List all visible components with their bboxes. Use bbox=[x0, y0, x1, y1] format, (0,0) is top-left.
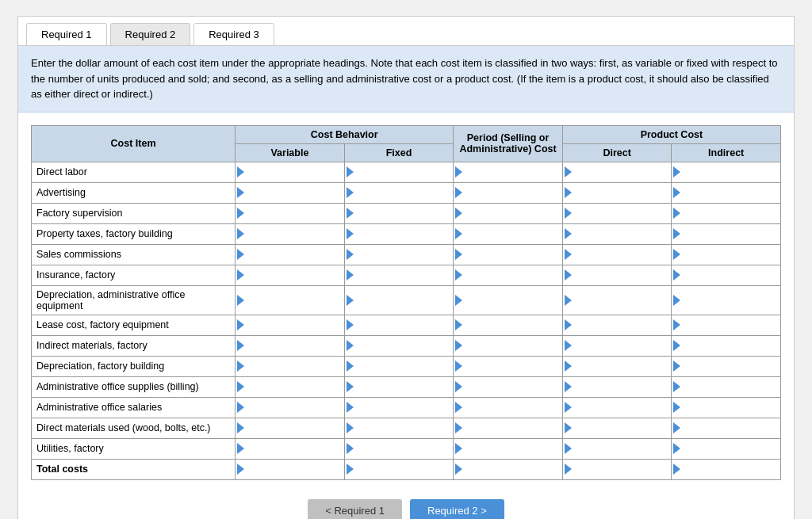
cell-item: Administrative office salaries bbox=[32, 397, 236, 418]
cell-period[interactable] bbox=[454, 459, 563, 479]
table-row: Direct labor bbox=[32, 162, 781, 182]
cell-period[interactable] bbox=[454, 244, 563, 265]
cell-indirect[interactable] bbox=[672, 376, 781, 397]
prev-button-label: Required 1 bbox=[334, 505, 385, 517]
tab-required-3[interactable]: Required 3 bbox=[193, 23, 274, 45]
cell-period[interactable] bbox=[454, 438, 563, 459]
cell-fixed[interactable] bbox=[344, 244, 454, 265]
cell-period[interactable] bbox=[454, 376, 563, 397]
cell-indirect[interactable] bbox=[672, 335, 781, 356]
cell-indirect[interactable] bbox=[672, 162, 781, 182]
cell-period[interactable] bbox=[454, 203, 563, 223]
cell-direct[interactable] bbox=[562, 182, 672, 203]
cell-variable[interactable] bbox=[236, 182, 345, 203]
cell-variable[interactable] bbox=[236, 418, 345, 438]
cell-indirect[interactable] bbox=[672, 438, 781, 459]
cell-indirect[interactable] bbox=[672, 265, 781, 285]
table-row: Administrative office supplies (billing) bbox=[32, 376, 781, 397]
cell-indirect[interactable] bbox=[672, 315, 781, 335]
cell-item: Property taxes, factory building bbox=[32, 223, 236, 244]
header-period-cost: Period (Selling or Administrative) Cost bbox=[454, 125, 563, 162]
cell-indirect[interactable] bbox=[672, 397, 781, 418]
cell-fixed[interactable] bbox=[344, 182, 454, 203]
cell-fixed[interactable] bbox=[344, 438, 454, 459]
table-row: Insurance, factory bbox=[32, 265, 781, 285]
cell-period[interactable] bbox=[454, 265, 563, 285]
cell-item: Utilities, factory bbox=[32, 438, 236, 459]
header-product-cost: Product Cost bbox=[562, 125, 780, 143]
cell-indirect[interactable] bbox=[672, 285, 781, 315]
next-button[interactable]: Required 2 bbox=[410, 499, 504, 520]
cell-fixed[interactable] bbox=[344, 223, 454, 244]
cell-item: Advertising bbox=[32, 182, 236, 203]
cell-direct[interactable] bbox=[562, 335, 672, 356]
cell-direct[interactable] bbox=[562, 315, 672, 335]
cell-direct[interactable] bbox=[562, 356, 672, 376]
cell-direct[interactable] bbox=[562, 285, 672, 315]
table-body: Direct laborAdvertisingFactory supervisi… bbox=[32, 162, 781, 479]
cell-item: Factory supervision bbox=[32, 203, 236, 223]
cell-variable[interactable] bbox=[236, 459, 345, 479]
cell-indirect[interactable] bbox=[672, 244, 781, 265]
cell-variable[interactable] bbox=[236, 397, 345, 418]
cell-direct[interactable] bbox=[562, 265, 672, 285]
table-row: Factory supervision bbox=[32, 203, 781, 223]
cell-period[interactable] bbox=[454, 315, 563, 335]
cell-period[interactable] bbox=[454, 162, 563, 182]
table-row: Property taxes, factory building bbox=[32, 223, 781, 244]
cell-variable[interactable] bbox=[236, 244, 345, 265]
cell-fixed[interactable] bbox=[344, 265, 454, 285]
cell-variable[interactable] bbox=[236, 203, 345, 223]
cell-fixed[interactable] bbox=[344, 356, 454, 376]
cell-direct[interactable] bbox=[562, 438, 672, 459]
cell-fixed[interactable] bbox=[344, 162, 454, 182]
cell-fixed[interactable] bbox=[344, 315, 454, 335]
instructions-text: Enter the dollar amount of each cost ite… bbox=[18, 46, 794, 113]
cell-period[interactable] bbox=[454, 335, 563, 356]
cell-period[interactable] bbox=[454, 223, 563, 244]
cell-variable[interactable] bbox=[236, 335, 345, 356]
cell-direct[interactable] bbox=[562, 376, 672, 397]
cell-period[interactable] bbox=[454, 397, 563, 418]
cell-fixed[interactable] bbox=[344, 335, 454, 356]
cell-variable[interactable] bbox=[236, 315, 345, 335]
cell-variable[interactable] bbox=[236, 438, 345, 459]
cell-variable[interactable] bbox=[236, 285, 345, 315]
cell-direct[interactable] bbox=[562, 203, 672, 223]
cell-fixed[interactable] bbox=[344, 418, 454, 438]
cell-indirect[interactable] bbox=[672, 223, 781, 244]
tab-required-1[interactable]: Required 1 bbox=[26, 23, 107, 45]
cell-variable[interactable] bbox=[236, 265, 345, 285]
cell-item: Depreciation, factory building bbox=[32, 356, 236, 376]
cell-fixed[interactable] bbox=[344, 285, 454, 315]
cell-fixed[interactable] bbox=[344, 459, 454, 479]
cell-direct[interactable] bbox=[562, 223, 672, 244]
cell-direct[interactable] bbox=[562, 162, 672, 182]
cell-variable[interactable] bbox=[236, 376, 345, 397]
cell-indirect[interactable] bbox=[672, 182, 781, 203]
prev-button[interactable]: Required 1 bbox=[308, 499, 402, 520]
main-container: Required 1 Required 2 Required 3 Enter t… bbox=[17, 16, 795, 519]
cell-indirect[interactable] bbox=[672, 203, 781, 223]
header-cost-behavior: Cost Behavior bbox=[236, 125, 454, 143]
table-row: Direct materials used (wood, bolts, etc.… bbox=[32, 418, 781, 438]
cell-period[interactable] bbox=[454, 285, 563, 315]
cell-direct[interactable] bbox=[562, 397, 672, 418]
cell-period[interactable] bbox=[454, 356, 563, 376]
cell-indirect[interactable] bbox=[672, 418, 781, 438]
cell-period[interactable] bbox=[454, 182, 563, 203]
cell-direct[interactable] bbox=[562, 244, 672, 265]
cell-item: Lease cost, factory equipment bbox=[32, 315, 236, 335]
cell-fixed[interactable] bbox=[344, 397, 454, 418]
cell-direct[interactable] bbox=[562, 418, 672, 438]
cell-period[interactable] bbox=[454, 418, 563, 438]
cell-direct[interactable] bbox=[562, 459, 672, 479]
cell-indirect[interactable] bbox=[672, 459, 781, 479]
cell-variable[interactable] bbox=[236, 223, 345, 244]
cell-fixed[interactable] bbox=[344, 376, 454, 397]
cell-variable[interactable] bbox=[236, 162, 345, 182]
tab-required-2[interactable]: Required 2 bbox=[110, 23, 191, 45]
cell-variable[interactable] bbox=[236, 356, 345, 376]
cell-indirect[interactable] bbox=[672, 356, 781, 376]
cell-fixed[interactable] bbox=[344, 203, 454, 223]
